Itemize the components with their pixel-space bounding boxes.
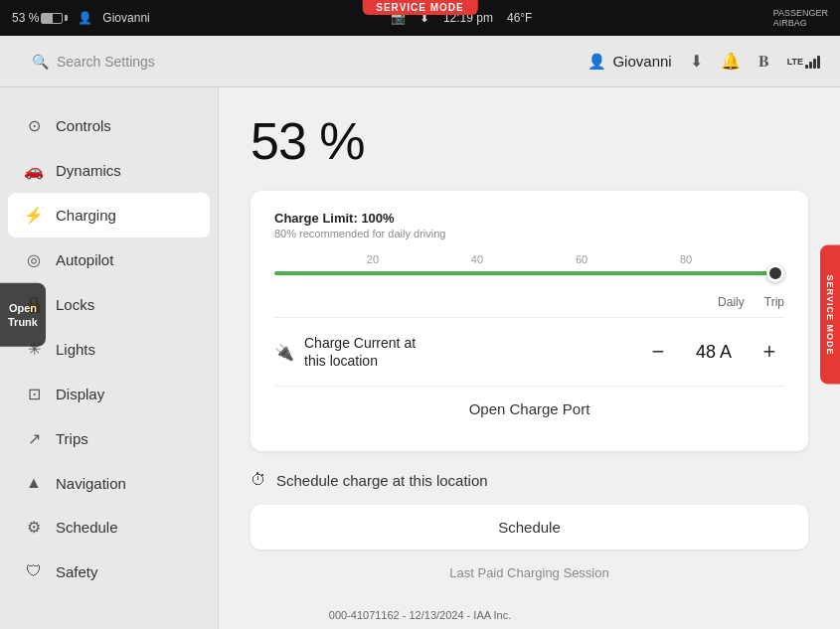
status-user: Giovanni xyxy=(102,11,149,25)
signal-bar-3 xyxy=(813,59,816,69)
slider-buttons: Daily Trip xyxy=(274,295,784,309)
slider-label-20: 20 xyxy=(367,253,379,265)
schedule-header-label: Schedule charge at this location xyxy=(276,472,488,489)
schedule-button[interactable]: Schedule xyxy=(251,505,808,550)
clock-icon: ⏱ xyxy=(251,471,266,489)
sidebar-item-controls[interactable]: ⊙ Controls xyxy=(0,103,218,148)
slider-thumb[interactable] xyxy=(766,264,784,282)
status-left: 53 % 👤 Giovanni xyxy=(12,11,150,25)
search-placeholder: Search Settings xyxy=(57,54,155,70)
battery-percent-display: 53 % xyxy=(251,111,808,171)
sidebar-label-trips: Trips xyxy=(56,430,88,447)
nav-user: 👤 Giovanni xyxy=(588,53,671,71)
sidebar-item-trips[interactable]: ↗ Trips xyxy=(0,416,218,461)
status-bar: SERVICE MODE 53 % 👤 Giovanni 📷 ⬇ 12:19 p… xyxy=(0,0,840,36)
sidebar-label-schedule: Schedule xyxy=(56,519,118,536)
signal-bar-1 xyxy=(805,65,808,69)
nav-username: Giovanni xyxy=(612,53,671,70)
charging-icon: ⚡ xyxy=(24,206,44,225)
charge-current-control: − 48 A + xyxy=(643,339,784,365)
search-box[interactable]: 🔍 Search Settings xyxy=(20,48,167,76)
sidebar-item-charging[interactable]: ⚡ Charging xyxy=(8,193,210,237)
download-nav-icon: ⬇ xyxy=(690,52,703,71)
battery-bar xyxy=(41,13,63,24)
trips-icon: ↗ xyxy=(24,429,44,448)
display-icon: ⊡ xyxy=(24,385,44,403)
content-area: ⊙ Controls 🚗 Dynamics ⚡ Charging ◎ Autop… xyxy=(0,87,840,629)
sidebar-item-autopilot[interactable]: ◎ Autopilot xyxy=(0,237,218,282)
battery-tip xyxy=(65,15,68,21)
lte-label: LTE xyxy=(787,57,803,67)
sidebar-label-autopilot: Autopilot xyxy=(56,251,113,268)
charge-slider-container[interactable]: 20 40 60 80 Daily Trip xyxy=(274,253,784,309)
sidebar-label-charging: Charging xyxy=(56,207,116,224)
open-trunk-button[interactable]: Open Trunk xyxy=(0,282,46,347)
slider-label-80: 80 xyxy=(680,253,692,265)
signal-bar-2 xyxy=(809,62,812,69)
safety-icon: 🛡 xyxy=(24,562,44,580)
sidebar-label-navigation: Navigation xyxy=(56,475,126,492)
search-icon: 🔍 xyxy=(32,54,49,70)
signal-bars xyxy=(805,55,820,69)
sidebar-label-locks: Locks xyxy=(56,296,94,313)
signal-indicator: LTE xyxy=(787,55,820,69)
service-mode-right-badge: SERVICE MODE xyxy=(820,244,840,385)
slider-track[interactable] xyxy=(274,271,784,275)
current-value: 48 A xyxy=(689,342,739,363)
open-trunk-line2: Trunk xyxy=(8,316,38,328)
battery-indicator: 53 % xyxy=(12,11,68,25)
sidebar-item-navigation[interactable]: ▲ Navigation xyxy=(0,461,218,505)
service-mode-banner: SERVICE MODE xyxy=(362,0,478,15)
open-charge-port-button[interactable]: Open Charge Port xyxy=(274,386,784,431)
main-screen: 🔍 Search Settings 👤 Giovanni ⬇ 🔔 𝐁 LTE xyxy=(0,36,840,629)
sidebar-item-dynamics[interactable]: 🚗 Dynamics xyxy=(0,148,218,193)
controls-icon: ⊙ xyxy=(24,116,44,135)
last-paid-label: Last Paid Charging Session xyxy=(251,565,808,580)
decrease-current-button[interactable]: − xyxy=(643,339,673,365)
charge-current-left: 🔌 Charge Current at this location xyxy=(274,334,416,370)
nav-bar: 🔍 Search Settings 👤 Giovanni ⬇ 🔔 𝐁 LTE xyxy=(0,36,840,87)
charge-current-label-2: this location xyxy=(304,352,416,370)
user-icon: 👤 xyxy=(588,53,606,71)
sidebar-item-display[interactable]: ⊡ Display xyxy=(0,372,218,416)
plug-icon: 🔌 xyxy=(274,343,294,362)
sidebar: ⊙ Controls 🚗 Dynamics ⚡ Charging ◎ Autop… xyxy=(0,87,219,629)
autopilot-icon: ◎ xyxy=(24,250,44,269)
charge-limit-label: Charge Limit: 100% xyxy=(274,211,784,226)
slider-labels: 20 40 60 80 xyxy=(274,253,784,265)
sidebar-label-controls: Controls xyxy=(56,117,111,134)
charge-current-text: Charge Current at this location xyxy=(304,334,416,370)
charge-card: Charge Limit: 100% 80% recommended for d… xyxy=(251,191,808,451)
sidebar-item-safety[interactable]: 🛡 Safety xyxy=(0,550,218,593)
increase-current-button[interactable]: + xyxy=(755,339,784,365)
dynamics-icon: 🚗 xyxy=(24,161,44,180)
slider-label-40: 40 xyxy=(471,253,483,265)
slider-fill xyxy=(274,271,784,275)
slider-label-60: 60 xyxy=(576,253,588,265)
charge-limit-sub: 80% recommended for daily driving xyxy=(274,228,784,239)
status-temp: 46°F xyxy=(507,11,532,25)
sidebar-label-dynamics: Dynamics xyxy=(56,162,121,179)
sidebar-label-safety: Safety xyxy=(56,563,98,580)
sidebar-label-display: Display xyxy=(56,386,104,402)
battery-percent-status: 53 % xyxy=(12,11,39,25)
bluetooth-icon: 𝐁 xyxy=(758,53,769,71)
status-user-icon: 👤 xyxy=(78,11,92,25)
signal-bar-4 xyxy=(817,56,820,69)
trip-button[interactable]: Trip xyxy=(764,295,784,309)
battery-fill xyxy=(42,14,53,23)
sidebar-label-lights: Lights xyxy=(56,341,95,358)
open-trunk-line1: Open xyxy=(9,301,37,313)
charge-current-label: Charge Current at xyxy=(304,334,416,352)
navigation-icon: ▲ xyxy=(24,474,44,492)
sidebar-item-schedule[interactable]: ⚙ Schedule xyxy=(0,505,218,550)
passenger-airbag-badge: PASSENGERAIRBAG xyxy=(773,8,828,28)
daily-button[interactable]: Daily xyxy=(718,295,745,309)
charge-current-row: 🔌 Charge Current at this location − 48 A… xyxy=(274,317,784,386)
watermark: 000-41071162 - 12/13/2024 - IAA Inc. xyxy=(329,609,511,621)
schedule-section-header: ⏱ Schedule charge at this location xyxy=(251,471,808,489)
main-panel: 53 % Charge Limit: 100% 80% recommended … xyxy=(219,87,840,629)
bell-icon: 🔔 xyxy=(721,52,741,71)
status-right: PASSENGERAIRBAG xyxy=(773,8,828,28)
schedule-icon: ⚙ xyxy=(24,518,44,537)
